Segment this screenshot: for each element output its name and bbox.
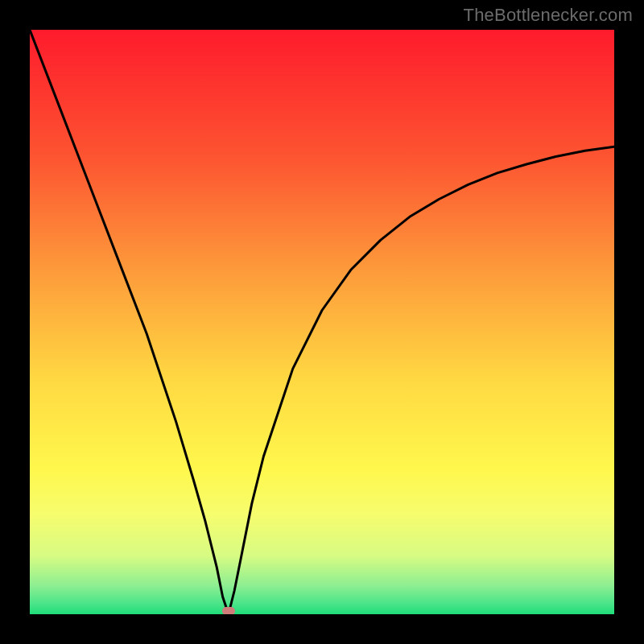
watermark-text: TheBottlenecker.com — [464, 5, 633, 26]
optimal-point-marker — [222, 607, 235, 614]
plot-area — [30, 30, 614, 614]
chart-frame: TheBottlenecker.com — [0, 0, 644, 644]
bottleneck-curve — [30, 30, 614, 614]
